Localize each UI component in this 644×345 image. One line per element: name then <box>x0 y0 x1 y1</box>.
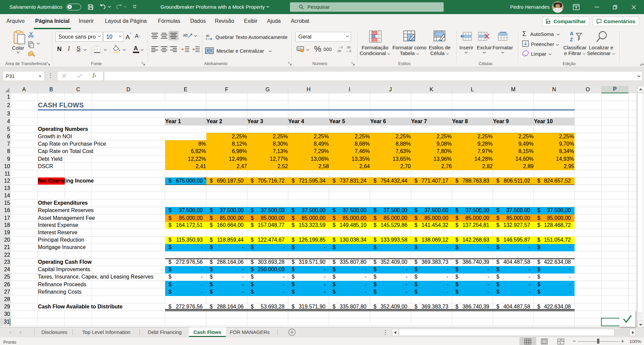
svg-text:←0: ←0 <box>338 46 343 49</box>
svg-text:A: A <box>570 31 574 36</box>
svg-text:,00: ,00 <box>337 49 341 53</box>
svg-text:→,0: →,0 <box>346 49 351 53</box>
svg-text:c: c <box>206 37 207 41</box>
svg-text:,00: ,00 <box>346 46 351 49</box>
svg-text:Z: Z <box>570 37 573 42</box>
svg-text:ab: ab <box>183 33 188 38</box>
